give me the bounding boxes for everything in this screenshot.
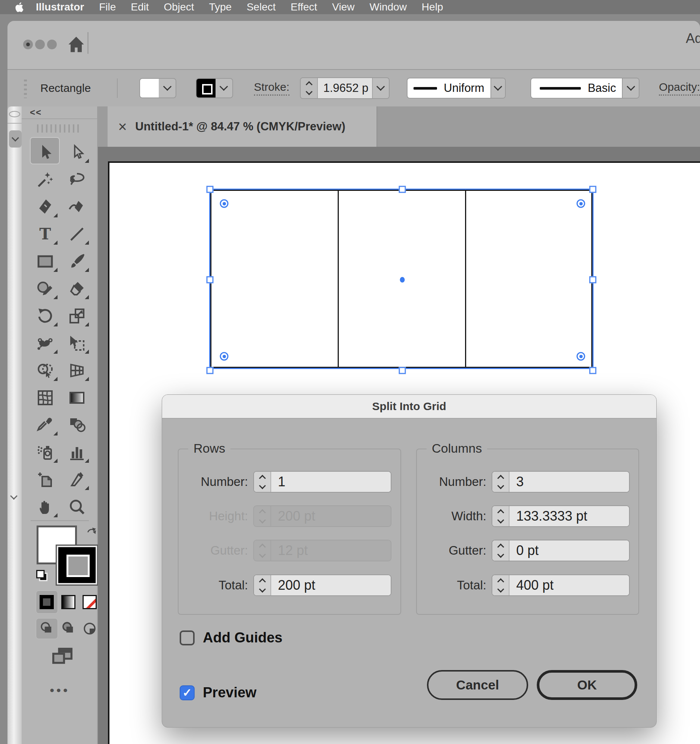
tool-paintbrush[interactable] bbox=[61, 248, 92, 275]
tool-zoom[interactable] bbox=[61, 493, 92, 520]
control-bar-grip[interactable] bbox=[24, 80, 27, 98]
draw-inside-button[interactable] bbox=[79, 618, 100, 639]
menu-item-type[interactable]: Type bbox=[209, 1, 232, 13]
tool-width[interactable] bbox=[29, 329, 61, 357]
rows-number-input[interactable] bbox=[271, 472, 391, 492]
stroke-dropdown[interactable] bbox=[216, 79, 232, 97]
columns-number-input[interactable] bbox=[509, 472, 629, 492]
tool-blend[interactable] bbox=[61, 411, 92, 439]
tool-artboard[interactable] bbox=[29, 466, 61, 493]
menu-item-select[interactable]: Select bbox=[247, 1, 276, 13]
tool-slice[interactable] bbox=[61, 466, 92, 493]
cancel-button[interactable]: Cancel bbox=[427, 670, 528, 700]
menu-item-window[interactable]: Window bbox=[369, 1, 407, 13]
swap-fill-stroke-button[interactable] bbox=[86, 525, 98, 540]
fill-dropdown[interactable] bbox=[159, 79, 176, 97]
columns-width-stepper[interactable] bbox=[492, 506, 509, 526]
tool-curvature-pen[interactable] bbox=[61, 193, 92, 220]
screen-mode-button[interactable] bbox=[51, 646, 74, 668]
tool-shape-builder[interactable] bbox=[29, 357, 61, 384]
tab-close-icon[interactable]: × bbox=[115, 118, 130, 135]
document-tab[interactable]: × Untitled-1* @ 84.47 % (CMYK/Preview) bbox=[107, 106, 377, 147]
stroke-weight-label[interactable]: Stroke: bbox=[254, 81, 289, 95]
stroke-color-control[interactable] bbox=[196, 78, 233, 98]
stroke-weight-control[interactable]: 1.9652 p bbox=[300, 77, 390, 99]
selected-grid-rectangle[interactable] bbox=[210, 190, 593, 368]
selection-handle-se[interactable] bbox=[590, 367, 597, 374]
stroke-weight-stepper[interactable] bbox=[301, 78, 317, 98]
menu-item-edit[interactable]: Edit bbox=[131, 1, 149, 13]
selection-handle-nw[interactable] bbox=[207, 186, 214, 193]
brush-definition-dropdown[interactable] bbox=[622, 79, 639, 98]
width-profile-select[interactable]: Uniform bbox=[407, 78, 506, 98]
tool-column-graph[interactable] bbox=[61, 439, 92, 466]
minimize-button[interactable] bbox=[35, 40, 45, 49]
columns-total-stepper[interactable] bbox=[492, 575, 509, 595]
corner-radius-widget[interactable] bbox=[220, 352, 229, 361]
tool-symbol-sprayer[interactable] bbox=[29, 439, 61, 466]
menu-item-effect[interactable]: Effect bbox=[290, 1, 317, 13]
selection-handle-w[interactable] bbox=[207, 277, 214, 283]
color-mode-none-button[interactable] bbox=[79, 591, 100, 614]
menu-item-object[interactable]: Object bbox=[164, 1, 194, 13]
rows-total-stepper[interactable] bbox=[254, 575, 271, 595]
columns-total-input[interactable] bbox=[509, 575, 629, 595]
add-guides-checkbox[interactable] bbox=[180, 631, 195, 646]
menu-item-view[interactable]: View bbox=[332, 1, 354, 13]
opacity-label[interactable]: Opacity: bbox=[659, 81, 700, 95]
stroke-swatch[interactable] bbox=[197, 79, 216, 97]
close-button[interactable] bbox=[23, 40, 33, 49]
center-point[interactable] bbox=[400, 277, 405, 283]
tool-eraser[interactable] bbox=[61, 275, 92, 302]
stroke-weight-dropdown[interactable] bbox=[372, 78, 389, 98]
dialog-title[interactable]: Split Into Grid bbox=[162, 395, 656, 419]
panel-expand-tab[interactable] bbox=[9, 130, 22, 147]
tool-shaper[interactable] bbox=[29, 275, 61, 302]
selection-handle-e[interactable] bbox=[590, 277, 597, 283]
columns-width-input[interactable] bbox=[509, 506, 629, 526]
chevron-down-icon[interactable] bbox=[10, 492, 18, 500]
panel-grip-oval[interactable] bbox=[9, 111, 20, 117]
tool-pen[interactable] bbox=[29, 193, 61, 220]
stroke-proxy-swatch[interactable] bbox=[57, 546, 97, 585]
tool-mesh[interactable] bbox=[29, 384, 61, 411]
fill-color-control[interactable] bbox=[139, 78, 176, 98]
rows-number-stepper[interactable] bbox=[254, 472, 271, 492]
zoom-button[interactable] bbox=[47, 40, 57, 49]
selection-handle-s[interactable] bbox=[399, 367, 406, 374]
color-mode-gradient-button[interactable] bbox=[58, 591, 79, 614]
fill-swatch[interactable] bbox=[140, 79, 159, 97]
tool-magic-wand[interactable] bbox=[29, 166, 61, 193]
menu-item-illustrator[interactable]: Illustrator bbox=[36, 1, 84, 13]
columns-number-stepper[interactable] bbox=[492, 472, 509, 492]
default-fill-stroke-button[interactable] bbox=[35, 569, 49, 584]
corner-radius-widget[interactable] bbox=[220, 199, 229, 208]
width-profile-dropdown[interactable] bbox=[490, 79, 505, 98]
tool-rotate[interactable] bbox=[29, 302, 61, 329]
apple-menu[interactable] bbox=[14, 1, 27, 13]
columns-gutter-stepper[interactable] bbox=[492, 540, 509, 561]
home-button[interactable] bbox=[67, 35, 86, 56]
tool-line-segment[interactable] bbox=[61, 220, 92, 248]
tool-type[interactable]: T bbox=[29, 220, 61, 248]
preview-checkbox[interactable]: ✓ bbox=[180, 685, 195, 700]
selection-handle-ne[interactable] bbox=[590, 186, 597, 193]
tool-rectangle[interactable] bbox=[29, 248, 61, 275]
corner-radius-widget[interactable] bbox=[577, 352, 585, 361]
ok-button[interactable]: OK bbox=[537, 670, 637, 700]
menu-item-help[interactable]: Help bbox=[422, 1, 443, 13]
tool-direct-selection[interactable] bbox=[61, 138, 92, 166]
collapse-panel-button[interactable]: << bbox=[30, 107, 42, 118]
tool-eyedropper[interactable] bbox=[29, 411, 61, 439]
tool-free-transform[interactable] bbox=[61, 329, 92, 357]
rows-total-input[interactable] bbox=[271, 575, 391, 595]
stroke-weight-value[interactable]: 1.9652 p bbox=[317, 78, 372, 98]
tool-lasso[interactable] bbox=[61, 166, 92, 193]
draw-behind-button[interactable] bbox=[58, 618, 79, 639]
columns-gutter-input[interactable] bbox=[509, 540, 629, 561]
color-mode-color-button[interactable] bbox=[36, 591, 58, 614]
corner-radius-widget[interactable] bbox=[577, 199, 585, 208]
tool-gradient[interactable] bbox=[61, 384, 92, 411]
selection-handle-sw[interactable] bbox=[207, 367, 214, 374]
draw-normal-button[interactable] bbox=[36, 618, 58, 639]
